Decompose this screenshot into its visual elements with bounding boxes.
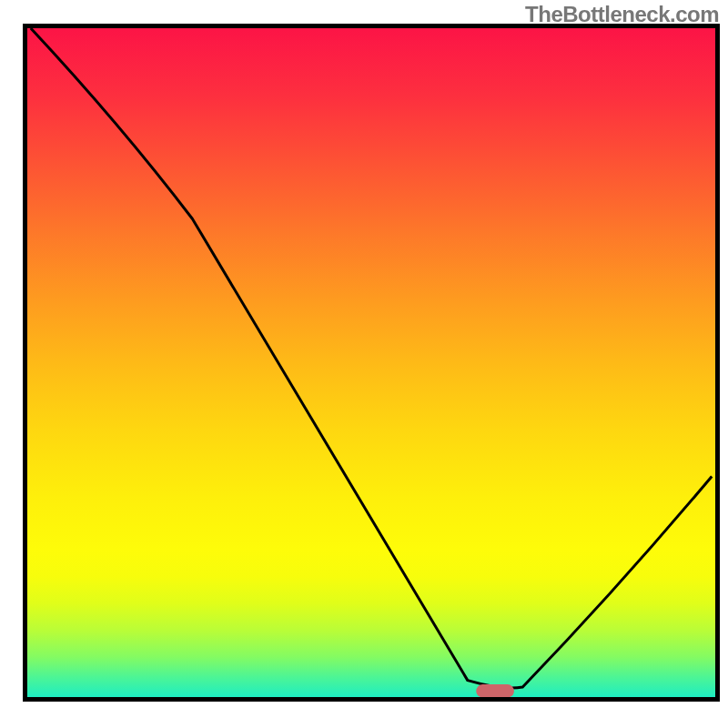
chart-container: TheBottleneck.com [0, 0, 728, 728]
bottleneck-chart [0, 0, 728, 728]
gradient-background [27, 28, 715, 697]
optimal-marker [476, 684, 514, 698]
watermark-text: TheBottleneck.com [525, 2, 719, 27]
